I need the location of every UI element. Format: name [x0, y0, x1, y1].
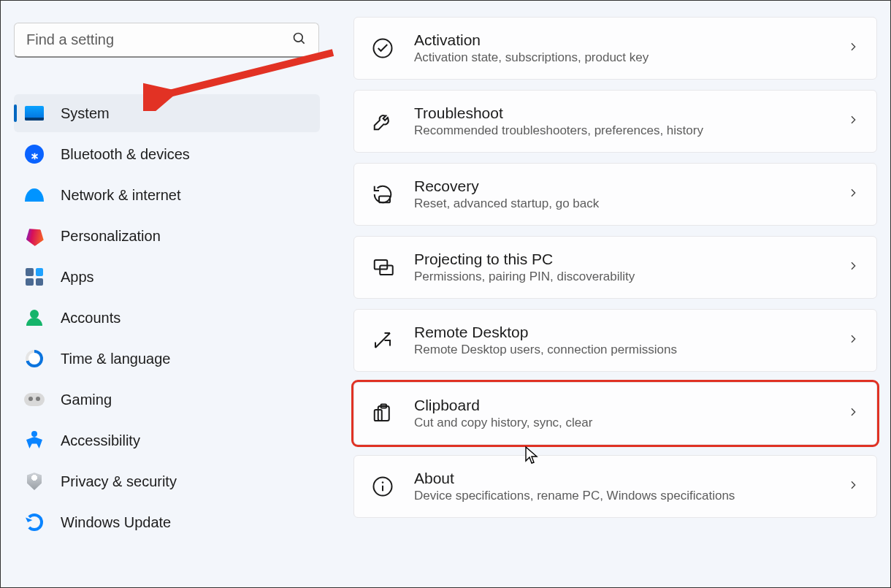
chevron-right-icon	[847, 41, 859, 56]
sidebar-item-time-language[interactable]: Time & language	[14, 340, 320, 378]
card-title: Recovery	[414, 177, 828, 195]
remote-icon	[370, 328, 395, 353]
sidebar-item-personalization[interactable]: Personalization	[14, 217, 320, 255]
search-input[interactable]	[26, 31, 292, 48]
sidebar-item-network[interactable]: Network & internet	[14, 176, 320, 214]
sidebar-nav: System ⁎ Bluetooth & devices Network & i…	[14, 94, 320, 541]
apps-icon	[24, 267, 45, 287]
sidebar-item-label: Network & internet	[61, 187, 181, 204]
accounts-icon	[24, 308, 45, 328]
privacy-icon	[24, 471, 45, 492]
network-icon	[24, 185, 45, 205]
svg-rect-4	[375, 260, 388, 270]
sidebar-item-label: Privacy & security	[61, 473, 177, 490]
search-box[interactable]	[14, 23, 319, 58]
card-title: Activation	[414, 31, 828, 49]
sidebar-item-bluetooth[interactable]: ⁎ Bluetooth & devices	[14, 135, 320, 173]
card-subtitle: Remote Desktop users, connection permiss…	[414, 343, 828, 357]
time-language-icon	[24, 348, 45, 369]
gaming-icon	[24, 389, 45, 410]
card-clipboard[interactable]: Clipboard Cut and copy history, sync, cl…	[353, 382, 877, 445]
card-projecting[interactable]: Projecting to this PC Permissions, pairi…	[353, 236, 877, 299]
card-remote-desktop[interactable]: Remote Desktop Remote Desktop users, con…	[353, 309, 877, 372]
svg-point-0	[294, 33, 303, 42]
card-title: Troubleshoot	[414, 104, 828, 122]
sidebar-item-label: Accounts	[61, 310, 121, 327]
personalization-icon	[24, 226, 45, 246]
clipboard-icon	[370, 401, 395, 426]
chevron-right-icon	[847, 260, 859, 275]
svg-rect-5	[380, 266, 393, 275]
sidebar-item-label: Accessibility	[61, 432, 140, 449]
chevron-right-icon	[847, 114, 859, 129]
update-icon	[24, 512, 45, 532]
sidebar-item-label: Bluetooth & devices	[61, 146, 190, 163]
search-icon	[292, 31, 307, 49]
main-panel: Activation Activation state, subscriptio…	[333, 1, 890, 587]
accessibility-icon	[24, 430, 45, 451]
sidebar-item-apps[interactable]: Apps	[14, 258, 320, 296]
sidebar-item-privacy[interactable]: Privacy & security	[14, 462, 320, 500]
bluetooth-icon: ⁎	[24, 144, 45, 164]
svg-point-11	[382, 481, 384, 484]
card-subtitle: Permissions, pairing PIN, discoverabilit…	[414, 270, 828, 284]
card-subtitle: Reset, advanced startup, go back	[414, 196, 828, 211]
system-icon	[24, 103, 45, 123]
card-subtitle: Activation state, subscriptions, product…	[414, 50, 828, 65]
sidebar-item-label: Personalization	[61, 228, 161, 245]
card-subtitle: Recommended troubleshooters, preferences…	[414, 123, 828, 138]
svg-line-1	[302, 40, 305, 43]
sidebar-item-label: System	[61, 105, 110, 122]
sidebar-item-label: Apps	[61, 269, 94, 286]
recovery-icon	[370, 182, 395, 207]
sidebar-item-system[interactable]: System	[14, 94, 320, 132]
chevron-right-icon	[847, 187, 859, 202]
troubleshoot-icon	[370, 109, 395, 134]
chevron-right-icon	[847, 333, 859, 348]
activation-icon	[370, 36, 395, 61]
about-icon	[370, 474, 395, 499]
sidebar-item-label: Gaming	[61, 392, 112, 408]
card-title: About	[414, 470, 828, 487]
sidebar-item-accessibility[interactable]: Accessibility	[14, 421, 320, 459]
sidebar-item-label: Time & language	[61, 351, 170, 367]
sidebar: System ⁎ Bluetooth & devices Network & i…	[1, 1, 333, 587]
card-activation[interactable]: Activation Activation state, subscriptio…	[353, 17, 877, 80]
projecting-icon	[370, 255, 395, 280]
card-title: Clipboard	[414, 397, 828, 414]
sidebar-item-accounts[interactable]: Accounts	[14, 299, 320, 337]
chevron-right-icon	[847, 479, 859, 494]
card-subtitle: Cut and copy history, sync, clear	[414, 416, 828, 430]
card-about[interactable]: About Device specifications, rename PC, …	[353, 455, 877, 518]
sidebar-item-gaming[interactable]: Gaming	[14, 381, 320, 419]
chevron-right-icon	[847, 406, 859, 421]
settings-window: System ⁎ Bluetooth & devices Network & i…	[1, 1, 890, 587]
card-subtitle: Device specifications, rename PC, Window…	[414, 489, 828, 503]
card-recovery[interactable]: Recovery Reset, advanced startup, go bac…	[353, 163, 877, 226]
sidebar-item-windows-update[interactable]: Windows Update	[14, 503, 320, 541]
sidebar-item-label: Windows Update	[61, 514, 171, 531]
card-title: Remote Desktop	[414, 324, 828, 341]
card-troubleshoot[interactable]: Troubleshoot Recommended troubleshooters…	[353, 90, 877, 153]
card-title: Projecting to this PC	[414, 251, 828, 268]
